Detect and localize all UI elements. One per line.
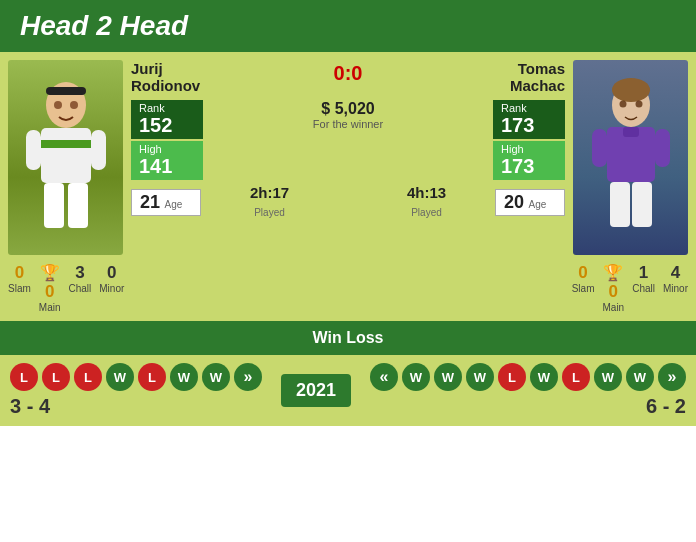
svg-point-9 (70, 101, 78, 109)
player1-trophy-icon: 🏆 (39, 263, 61, 282)
player1-slam-label: Slam (8, 283, 31, 294)
player2-age-value: 20 (504, 192, 524, 212)
player2-record: 6 - 2 (646, 395, 686, 418)
player1-name: Jurij Rodionov (131, 60, 221, 94)
svg-rect-5 (91, 130, 106, 170)
p1-circle-5: L (138, 363, 166, 391)
p2-circle-1: W (402, 363, 430, 391)
player2-slam-val: 0 (572, 263, 595, 283)
p2-circle-8: W (626, 363, 654, 391)
player2-high-box: High 173 (493, 141, 565, 180)
player1-main-label: Main (39, 302, 61, 313)
year-badge: 2021 (281, 374, 351, 407)
svg-point-18 (619, 101, 626, 108)
player1-high-box: High 141 (131, 141, 203, 180)
player2-rank-value: 173 (501, 114, 534, 136)
player2-minor-label: Minor (663, 283, 688, 294)
svg-point-8 (54, 101, 62, 109)
p2-circle-2: W (434, 363, 462, 391)
svg-rect-15 (655, 129, 670, 167)
player2-chall-val: 1 (632, 263, 655, 283)
p1-circle-2: L (42, 363, 70, 391)
center-stats: Jurij Rodionov 0:0 Tomas Machac Rank 152… (131, 60, 565, 255)
player1-minor-label: Minor (99, 283, 124, 294)
player1-main-val: 0 (39, 282, 61, 302)
player1-trophies: 0 Slam 🏆 0 Main 3 Chall 0 Minor (8, 263, 124, 313)
match-score: 0:0 (324, 60, 373, 87)
player2-main-val: 0 (603, 282, 625, 302)
player1-played: 2h:17 Played (250, 184, 289, 220)
svg-rect-6 (44, 183, 64, 228)
p1-circle-1: L (10, 363, 38, 391)
p2-circle-6: L (562, 363, 590, 391)
prize-amount: $ 5,020 (313, 100, 383, 118)
prize-area: $ 5,020 For the winner (313, 100, 383, 180)
player1-rank-high: Rank 152 High 141 (131, 100, 203, 180)
player1-chall-label: Chall (68, 283, 91, 294)
svg-rect-4 (26, 130, 41, 170)
svg-rect-16 (610, 182, 630, 227)
svg-rect-3 (41, 140, 91, 148)
player2-rank-box: Rank 173 (493, 100, 565, 139)
player1-rank-value: 152 (139, 114, 172, 136)
p2-more-arrow2[interactable]: » (658, 363, 686, 391)
player2-main-col: 🏆 0 Main (603, 263, 625, 313)
player2-trophies: 0 Slam 🏆 0 Main 1 Chall 4 Minor (572, 263, 688, 313)
p1-more-arrow[interactable]: » (234, 363, 262, 391)
player1-wl-circles: L L L W L W W » (10, 363, 262, 391)
p1-circle-4: W (106, 363, 134, 391)
player1-silhouette (16, 75, 116, 255)
player1-minor-col: 0 Minor (99, 263, 124, 294)
svg-rect-2 (41, 128, 91, 183)
p1-circle-6: W (170, 363, 198, 391)
player2-wl-circles: « W W W L W L W W » (370, 363, 686, 391)
player2-chall-col: 1 Chall (632, 263, 655, 294)
player2-trophy-icon: 🏆 (603, 263, 625, 282)
player2-slam-col: 0 Slam (572, 263, 595, 294)
player2-minor-col: 4 Minor (663, 263, 688, 294)
player1-photo (8, 60, 123, 255)
player2-rank-label: Rank (501, 102, 527, 114)
win-loss-header: Win Loss (0, 321, 696, 355)
player2-played-time: 4h:13 (407, 184, 446, 201)
player2-played-label: Played (411, 207, 442, 218)
player2-age-label: Age (528, 199, 546, 210)
svg-point-19 (635, 101, 642, 108)
svg-point-11 (612, 78, 650, 102)
player1-played-time: 2h:17 (250, 184, 289, 201)
p2-circle-3: W (466, 363, 494, 391)
player1-minor-val: 0 (99, 263, 124, 283)
player2-silhouette (581, 75, 681, 255)
svg-rect-17 (632, 182, 652, 227)
player1-high-value: 141 (139, 155, 172, 177)
player1-slam-col: 0 Slam (8, 263, 31, 294)
player2-slam-label: Slam (572, 283, 595, 294)
player2-high-value: 173 (501, 155, 534, 177)
svg-rect-1 (46, 87, 86, 95)
player1-rank-label: Rank (139, 102, 165, 114)
player2-high-label: High (501, 143, 524, 155)
player2-name: Tomas Machac (475, 60, 565, 94)
player1-high-label: High (139, 143, 162, 155)
p2-circle-5: W (530, 363, 558, 391)
player2-played: 4h:13 Played (407, 184, 446, 220)
svg-rect-13 (623, 127, 639, 137)
p2-more-arrow[interactable]: « (370, 363, 398, 391)
svg-rect-7 (68, 183, 88, 228)
p2-circle-7: W (594, 363, 622, 391)
player2-age-box: 20 Age (495, 189, 565, 216)
player1-slam-val: 0 (8, 263, 31, 283)
player1-main-col: 🏆 0 Main (39, 263, 61, 313)
player1-record: 3 - 4 (10, 395, 50, 418)
player2-minor-val: 4 (663, 263, 688, 283)
player2-chall-label: Chall (632, 283, 655, 294)
p1-circle-3: L (74, 363, 102, 391)
page-title: Head 2 Head (0, 0, 696, 52)
svg-rect-14 (592, 129, 607, 167)
prize-label: For the winner (313, 118, 383, 130)
player1-age-box: 21 Age (131, 189, 201, 216)
player1-chall-col: 3 Chall (68, 263, 91, 294)
results-section: L L L W L W W » 3 - 4 2021 « W W W L W (0, 355, 696, 426)
player1-chall-val: 3 (68, 263, 91, 283)
player2-photo (573, 60, 688, 255)
